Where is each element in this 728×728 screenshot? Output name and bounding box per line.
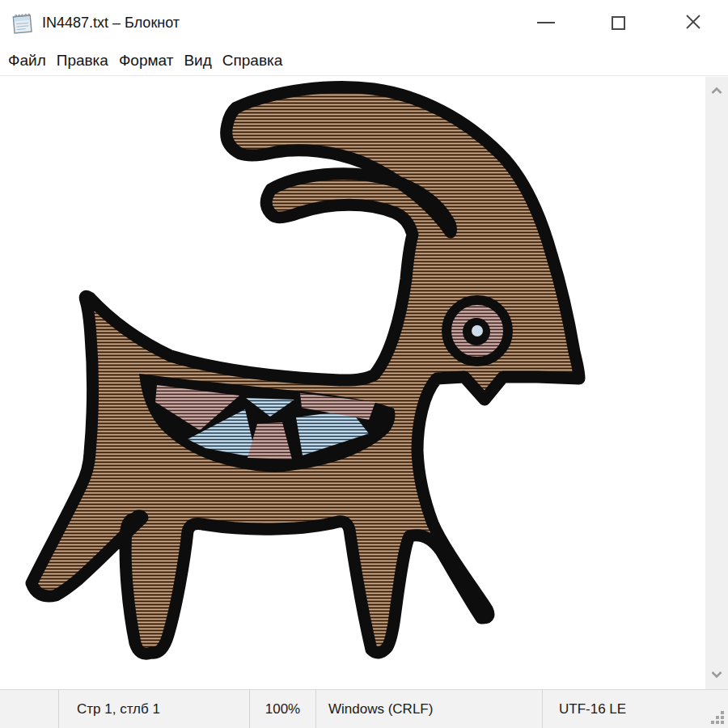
scroll-up-icon[interactable] [711, 87, 722, 97]
notepad-icon [11, 11, 35, 35]
titlebar: IN4487.txt – Блокнот [0, 0, 728, 45]
menubar: Файл Правка Формат Вид Справка [0, 45, 728, 76]
maximize-button[interactable] [593, 0, 643, 45]
status-cursor-position: Стр 1, стлб 1 [58, 690, 249, 728]
status-zoom-level: 100% [249, 690, 315, 728]
goat-body [32, 87, 579, 654]
vertical-scrollbar[interactable] [705, 77, 728, 689]
status-line-ending: Windows (CRLF) [315, 690, 542, 728]
status-spacer [0, 690, 58, 728]
menu-item-edit[interactable]: Правка [57, 45, 108, 76]
text-area[interactable] [0, 77, 728, 689]
resize-grip-icon[interactable] [711, 711, 724, 724]
goat-eye-pupil [472, 325, 483, 336]
minimize-button[interactable] [521, 0, 571, 45]
close-button[interactable] [668, 0, 718, 45]
statusbar: Стр 1, стлб 1 100% Windows (CRLF) UTF-16… [0, 689, 728, 728]
minimize-icon [537, 22, 555, 23]
menu-item-format[interactable]: Формат [119, 45, 174, 76]
menu-item-view[interactable]: Вид [184, 45, 211, 76]
menu-item-file[interactable]: Файл [8, 45, 46, 76]
scroll-down-icon[interactable] [711, 671, 722, 681]
text-art-figure [0, 77, 705, 689]
status-encoding: UTF-16 LE [542, 690, 728, 728]
notepad-window: IN4487.txt – Блокнот Файл Правка Формат … [0, 0, 728, 728]
maximize-icon [612, 16, 625, 30]
close-icon [685, 14, 701, 32]
window-title: IN4487.txt – Блокнот [42, 0, 180, 45]
menu-item-help[interactable]: Справка [222, 45, 283, 76]
